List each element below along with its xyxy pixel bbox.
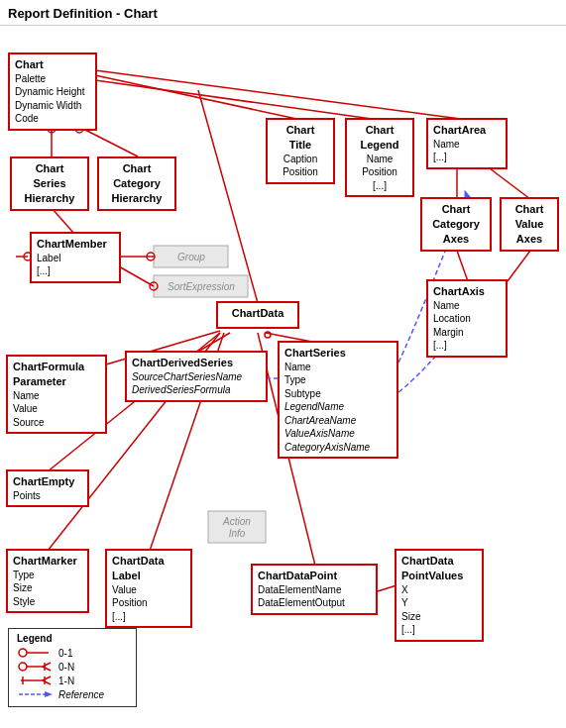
chart-marker-type: Type (13, 569, 82, 582)
chart-data-point-values-size: Size (401, 610, 477, 624)
box-chart-category-axes: ChartCategoryAxes (420, 197, 492, 252)
chart-formula-source: Source (13, 416, 100, 430)
chart-data-point-element-name: DataElementName (258, 583, 371, 597)
box-chart-series: ChartSeries Name Type Subtype LegendName… (278, 341, 398, 459)
chart-derived-series-label: ChartDerivedSeries (132, 356, 261, 370)
chart-axis-name: Name (433, 299, 501, 313)
chart-series-name: Name (284, 361, 392, 374)
page-title: Report Definition - Chart (0, 0, 566, 26)
chart-series-area-name: ChartAreaName (284, 414, 392, 428)
chart-data-point-values-more: [...] (401, 623, 477, 637)
legend-line-zero-one (17, 647, 53, 659)
diagram-container: Group SortExpression Action Info (0, 26, 566, 728)
svg-line-2 (95, 75, 301, 120)
chart-legend-box-label: ChartLegend (352, 123, 407, 153)
box-chart-data-point: ChartDataPoint DataElementName DataEleme… (251, 564, 378, 615)
box-chart-value-axes: ChartValueAxes (500, 197, 559, 252)
chart-data-label-more: [...] (112, 610, 185, 624)
chart-data-label-value: Value (112, 583, 185, 597)
svg-line-10 (198, 90, 258, 303)
chart-palette: Palette (15, 72, 90, 86)
chart-title-label: Chart (15, 57, 90, 72)
box-chart-member: ChartMember Label [...] (30, 232, 121, 283)
svg-point-42 (19, 649, 27, 657)
chart-marker-label: ChartMarker (13, 554, 82, 569)
chart-marker-style: Style (13, 595, 82, 609)
chart-title-position: Position (273, 165, 328, 179)
svg-line-46 (43, 667, 51, 671)
svg-rect-21 (154, 275, 248, 297)
chart-formula-value: Value (13, 402, 100, 416)
chart-category-axes-label: ChartCategoryAxes (427, 202, 485, 247)
svg-text:SortExpression: SortExpression (168, 281, 235, 292)
box-chart-marker: ChartMarker Type Size Style (6, 549, 89, 613)
box-chart-category-hierarchy: ChartCategoryHierarchy (97, 156, 176, 211)
chart-data-label-box-label: ChartDataLabel (112, 554, 185, 583)
svg-line-51 (43, 680, 51, 684)
chart-value-axes-label: ChartValueAxes (507, 202, 552, 247)
chart-member-label: ChartMember (37, 237, 114, 252)
box-chart-data: ChartData (216, 301, 299, 329)
chart-axis-more: [...] (433, 339, 501, 353)
chart-dynamic-height: Dynamic Height (15, 85, 90, 99)
legend-row-zero-one: 0-1 (17, 647, 128, 659)
svg-point-38 (265, 332, 271, 338)
svg-text:Action: Action (222, 516, 251, 527)
chart-axis-location: Location (433, 312, 501, 326)
svg-line-9 (52, 208, 74, 234)
box-chart-data-label: ChartDataLabel Value Position [...] (105, 549, 192, 628)
legend-line-reference (17, 688, 53, 700)
chart-data-point-label: ChartDataPoint (258, 569, 371, 583)
svg-text:Group: Group (177, 252, 205, 262)
chart-marker-size: Size (13, 581, 82, 595)
legend-line-one-n (17, 675, 53, 686)
chart-empty-points: Points (13, 489, 82, 503)
box-chart-data-point-values: ChartDataPointValues X Y Size [...] (395, 549, 484, 642)
legend-title: Legend (17, 633, 128, 644)
chart-series-type: Type (284, 373, 392, 387)
box-chart-legend: ChartLegend Name Position [...] (345, 118, 414, 197)
box-chart-series-hierarchy: ChartSeriesHierarchy (10, 156, 89, 211)
box-chart-area: ChartArea Name [...] (426, 118, 508, 169)
chart-series-legend-name: LegendName (284, 400, 392, 414)
chart-data-label: ChartData (223, 306, 292, 321)
chart-data-label-position: Position (112, 596, 185, 610)
svg-line-45 (43, 663, 51, 667)
chart-data-point-values-x: X (401, 583, 477, 597)
chart-series-label: ChartSeries (284, 346, 392, 361)
box-chart-formula-parameter: ChartFormulaParameter Name Value Source (6, 355, 107, 434)
chart-area-name: Name (433, 138, 501, 152)
svg-line-1 (79, 127, 138, 156)
svg-line-36 (119, 266, 154, 286)
svg-rect-23 (208, 511, 266, 543)
chart-formula-parameter-label: ChartFormulaParameter (13, 360, 100, 389)
legend-label-zero-one: 0-1 (58, 648, 72, 659)
box-chart-title: ChartTitle Caption Position (266, 118, 335, 184)
chart-legend-name: Name (352, 153, 407, 166)
legend-label-reference: Reference (58, 689, 104, 700)
svg-line-3 (95, 80, 379, 120)
chart-axis-label: ChartAxis (433, 284, 501, 299)
chart-member-label-field: Label (37, 252, 114, 265)
chart-dynamic-width: Dynamic Width (15, 99, 90, 113)
legend-box: Legend 0-1 0-N (8, 628, 137, 707)
svg-line-11 (196, 333, 230, 353)
chart-code: Code (15, 112, 90, 126)
svg-line-4 (95, 70, 468, 120)
svg-line-6 (486, 165, 530, 199)
chart-title-caption: Caption (273, 153, 328, 166)
svg-point-35 (147, 253, 155, 260)
box-chart-derived-series: ChartDerivedSeries SourceChartSeriesName… (125, 351, 268, 402)
svg-text:Info: Info (229, 528, 246, 539)
chart-category-hierarchy-label: ChartCategoryHierarchy (104, 161, 170, 206)
chart-legend-position: Position (352, 165, 407, 179)
chart-data-point-values-label: ChartDataPointValues (401, 554, 477, 583)
svg-marker-54 (45, 691, 53, 697)
chart-derived-source: SourceChartSeriesName (132, 370, 261, 384)
legend-line-zero-n (17, 661, 53, 673)
legend-label-zero-n: 0-N (58, 662, 74, 673)
chart-empty-label: ChartEmpty (13, 474, 82, 489)
box-chart: Chart Palette Dynamic Height Dynamic Wid… (8, 52, 97, 131)
chart-series-hierarchy-label: ChartSeriesHierarchy (17, 161, 82, 206)
chart-data-point-values-y: Y (401, 596, 477, 610)
